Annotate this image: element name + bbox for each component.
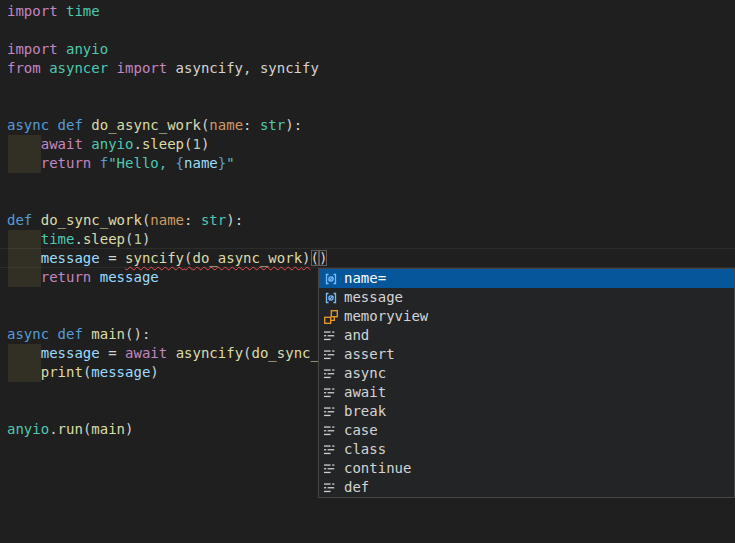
code-line[interactable]: print(message) (7, 363, 159, 382)
symbol-keyword-icon (323, 328, 339, 344)
code-token: do_sync_work (41, 212, 142, 228)
code-token: 1 (193, 136, 201, 152)
code-token: async (7, 117, 49, 133)
code-token: anyio (91, 136, 133, 152)
suggest-item-assert[interactable]: assert (319, 345, 734, 364)
code-token: ) (302, 250, 310, 266)
suggest-item-message[interactable]: message (319, 288, 734, 307)
suggest-item-await[interactable]: await (319, 383, 734, 402)
suggest-item-label: assert (344, 345, 395, 364)
suggest-item-continue[interactable]: continue (319, 459, 734, 478)
code-token: . (74, 231, 82, 247)
code-token: ): (226, 212, 243, 228)
code-token: return (41, 269, 92, 285)
code-line[interactable]: message = await asyncify(do_sync_ (7, 344, 319, 363)
symbol-keyword-icon (323, 366, 339, 382)
symbol-class-icon (323, 309, 339, 325)
suggest-item-async[interactable]: async (319, 364, 734, 383)
symbol-keyword-icon (323, 423, 339, 439)
code-token: "Hello, (108, 155, 175, 171)
code-token: } (218, 155, 226, 171)
symbol-variable-icon (323, 271, 339, 287)
code-token: sleep (142, 136, 184, 152)
code-token: 1 (133, 231, 141, 247)
code-token: sleep (83, 231, 125, 247)
symbol-keyword-icon (323, 385, 339, 401)
code-line[interactable]: from asyncer import asyncify, syncify (7, 59, 319, 78)
code-line[interactable]: import time (7, 2, 100, 21)
code-line[interactable]: await anyio.sleep(1) (7, 135, 209, 154)
suggest-item-def[interactable]: def (319, 478, 734, 497)
code-token: : (243, 117, 260, 133)
symbol-keyword-icon (323, 404, 339, 420)
symbol-keyword-icon (323, 347, 339, 363)
code-token: ) (201, 136, 209, 152)
code-token: await (41, 136, 83, 152)
code-token: time (66, 3, 100, 19)
code-token: anyio (7, 421, 49, 437)
code-token (91, 155, 99, 171)
code-token: message (100, 269, 159, 285)
suggest-item-label: name= (344, 269, 386, 288)
code-token: name (209, 117, 243, 133)
code-token (108, 60, 116, 76)
code-line[interactable]: message = syncify(do_async_work)() (7, 249, 327, 268)
code-token: name (150, 212, 184, 228)
code-token: main (91, 326, 125, 342)
suggest-item-label: await (344, 383, 386, 402)
code-token (7, 269, 41, 285)
suggest-item-memoryview[interactable]: memoryview (319, 307, 734, 326)
suggest-item-label: async (344, 364, 386, 383)
code-token: import (7, 41, 58, 57)
code-line[interactable]: anyio.run(main) (7, 420, 133, 439)
code-token: ) (125, 421, 133, 437)
code-token: anyio (66, 41, 108, 57)
code-token: . (133, 136, 141, 152)
code-token: def (58, 117, 83, 133)
code-line[interactable]: time.sleep(1) (7, 230, 150, 249)
code-token: message (41, 250, 100, 266)
symbol-variable-icon (323, 290, 339, 306)
code-token: str (260, 117, 285, 133)
code-token (32, 212, 40, 228)
code-token (49, 326, 57, 342)
code-token: . (49, 421, 57, 437)
suggest-item-name[interactable]: name= (319, 269, 734, 288)
code-token: do_async_work (91, 117, 201, 133)
code-token: = (100, 345, 125, 361)
code-line[interactable]: return f"Hello, {name}" (7, 154, 235, 173)
code-line[interactable]: return message (7, 268, 159, 287)
code-line[interactable]: def do_sync_work(name: str): (7, 211, 243, 230)
code-token: ( (243, 345, 251, 361)
editor-screen: import timeimport anyiofrom asyncer impo… (0, 0, 735, 543)
code-token: main (91, 421, 125, 437)
suggest-item-label: continue (344, 459, 411, 478)
code-token: syncify (125, 250, 184, 266)
suggest-item-label: def (344, 478, 369, 497)
code-token: ) (150, 364, 158, 380)
code-line[interactable]: import anyio (7, 40, 108, 59)
suggest-item-label: case (344, 421, 378, 440)
code-token (58, 3, 66, 19)
code-line[interactable]: async def do_async_work(name: str): (7, 116, 302, 135)
code-token: from (7, 60, 41, 76)
code-token: message (91, 364, 150, 380)
code-token: time (41, 231, 75, 247)
suggest-item-case[interactable]: case (319, 421, 734, 440)
code-token (49, 117, 57, 133)
code-line[interactable]: async def main(): (7, 325, 150, 344)
code-token: async (7, 326, 49, 342)
code-token (7, 231, 41, 247)
code-token: def (7, 212, 32, 228)
code-token: " (226, 155, 234, 171)
code-token (7, 364, 41, 380)
code-token (7, 155, 41, 171)
suggest-item-class[interactable]: class (319, 440, 734, 459)
suggest-item-and[interactable]: and (319, 326, 734, 345)
code-token: message (41, 345, 100, 361)
suggest-item-break[interactable]: break (319, 402, 734, 421)
code-token: = (100, 250, 125, 266)
code-token: import (7, 3, 58, 19)
suggest-widget[interactable]: name=messagememoryviewandassertasyncawai… (318, 268, 735, 498)
code-token: name (184, 155, 218, 171)
